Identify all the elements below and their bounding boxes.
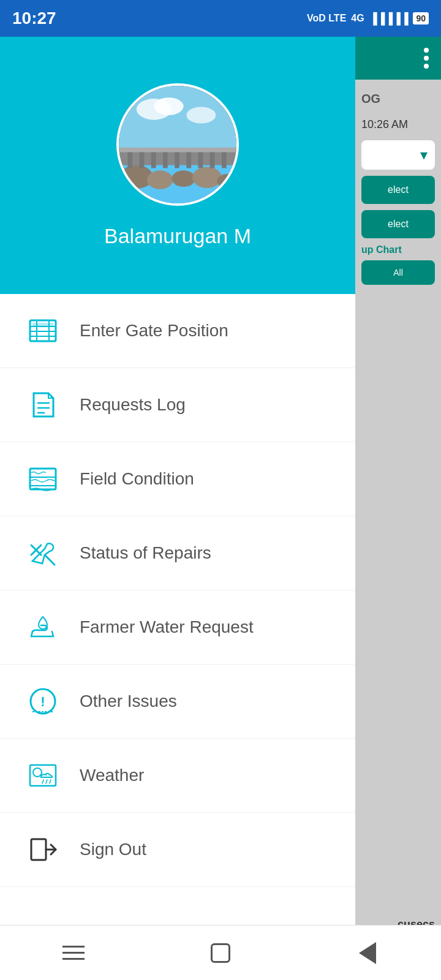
svg-rect-19	[222, 150, 227, 168]
menu-item-status-of-repairs[interactable]: Status of Repairs	[0, 516, 355, 590]
status-bar: 10:27 VoD LTE 4G ▐▐▐▐▐ 90	[0, 0, 441, 37]
svg-rect-45	[31, 839, 46, 860]
gate-icon	[24, 312, 61, 349]
back-icon	[359, 942, 376, 964]
bg-select-btn-2[interactable]: elect	[361, 210, 435, 238]
avatar	[116, 83, 239, 206]
menu-item-farmer-water-request[interactable]: Farmer Water Request	[0, 590, 355, 665]
nav-home-button[interactable]	[196, 935, 245, 971]
svg-text:!: !	[40, 694, 45, 709]
bg-time-label: 10:26 AM	[361, 118, 435, 131]
menu-label-enter-gate-position: Enter Gate Position	[80, 321, 228, 341]
chevron-down-icon: ▾	[420, 146, 428, 164]
menu-label-sign-out: Sign Out	[80, 840, 146, 859]
menu-label-farmer-water-request: Farmer Water Request	[80, 617, 254, 637]
water-request-icon	[24, 609, 61, 646]
background-panel: OG 10:26 AM ▾ elect elect up Chart All c…	[355, 37, 441, 980]
svg-rect-14	[163, 150, 168, 168]
signout-icon	[24, 831, 61, 868]
bg-all-btn[interactable]: All	[361, 260, 435, 285]
side-drawer: Balamurugan M Enter Gate Position	[0, 37, 355, 980]
menu-item-other-issues[interactable]: ! Other Issues	[0, 665, 355, 739]
svg-line-43	[46, 780, 47, 783]
menu-item-field-condition[interactable]: Field Condition	[0, 442, 355, 516]
signal-strength-icon: ▐▐▐▐▐	[369, 12, 409, 25]
menu-label-requests-log: Requests Log	[80, 395, 186, 415]
bg-dropdown[interactable]: ▾	[361, 140, 435, 170]
menu-item-requests-log[interactable]: Requests Log	[0, 368, 355, 442]
svg-point-7	[172, 170, 195, 187]
repairs-icon	[24, 535, 61, 571]
menu-label-weather: Weather	[80, 766, 144, 785]
svg-rect-11	[127, 150, 132, 168]
svg-rect-13	[151, 150, 156, 168]
svg-rect-16	[186, 150, 191, 168]
log-icon	[24, 386, 61, 423]
menu-label-field-condition: Field Condition	[80, 469, 194, 489]
svg-point-41	[33, 768, 42, 777]
bg-log-label: OG	[361, 92, 435, 106]
svg-rect-17	[198, 150, 203, 168]
user-name: Balamurugan M	[104, 224, 251, 248]
hamburger-icon	[62, 946, 85, 960]
nav-menu-button[interactable]	[49, 935, 98, 971]
status-icons: VoD LTE 4G ▐▐▐▐▐ 90	[307, 12, 429, 25]
svg-point-6	[147, 170, 173, 189]
network-4g-icon: 4G	[351, 13, 364, 24]
menu-label-status-of-repairs: Status of Repairs	[80, 543, 211, 563]
menu-item-weather[interactable]: Weather	[0, 739, 355, 813]
svg-rect-12	[140, 150, 145, 168]
more-options-icon[interactable]	[424, 48, 429, 69]
home-icon	[211, 943, 230, 963]
field-icon	[24, 461, 61, 497]
svg-point-8	[192, 167, 222, 188]
svg-point-2	[154, 97, 184, 115]
drawer-header: Balamurugan M	[0, 37, 355, 294]
volte-icon: VoD LTE	[307, 13, 346, 24]
battery-icon: 90	[413, 12, 429, 24]
menu-item-enter-gate-position[interactable]: Enter Gate Position	[0, 294, 355, 368]
svg-rect-15	[175, 150, 179, 168]
nav-back-button[interactable]	[343, 935, 392, 971]
weather-icon	[24, 757, 61, 794]
bg-select-btn-1[interactable]: elect	[361, 176, 435, 204]
drawer-menu: Enter Gate Position Requests Log	[0, 294, 355, 980]
issues-icon: !	[24, 683, 61, 720]
menu-label-other-issues: Other Issues	[80, 692, 177, 711]
svg-line-42	[42, 780, 43, 783]
menu-item-sign-out[interactable]: Sign Out	[0, 813, 355, 887]
svg-point-3	[186, 107, 216, 123]
svg-rect-20	[119, 147, 236, 152]
bg-chart-label: up Chart	[361, 244, 435, 255]
svg-line-44	[50, 780, 51, 783]
svg-rect-18	[210, 150, 215, 168]
navigation-bar	[0, 925, 441, 980]
status-time: 10:27	[12, 9, 56, 28]
svg-line-36	[45, 555, 55, 565]
